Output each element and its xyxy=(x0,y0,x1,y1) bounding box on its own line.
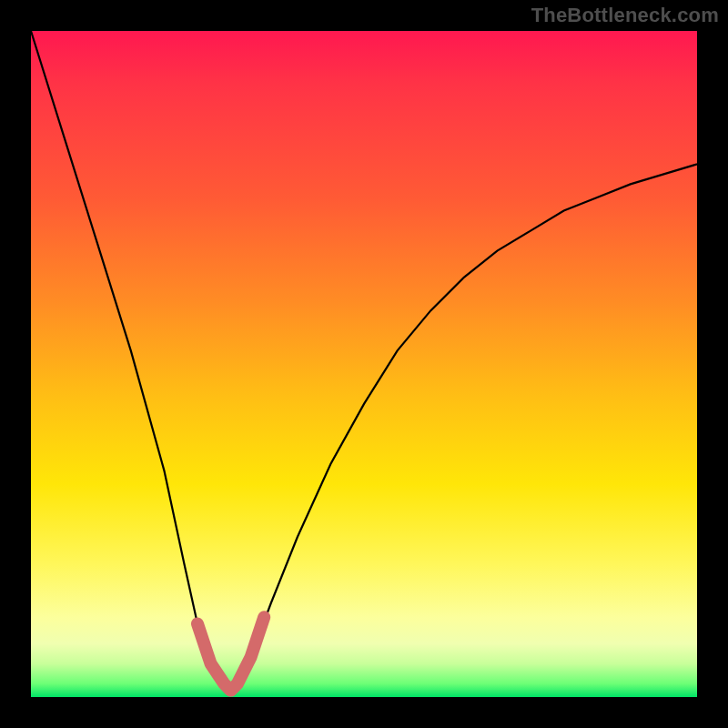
bottleneck-curve-path xyxy=(31,31,697,691)
highlight-segment-path xyxy=(197,617,264,691)
watermark-text: TheBottleneck.com xyxy=(531,4,719,27)
curve-layer xyxy=(31,31,697,697)
chart-frame: TheBottleneck.com xyxy=(0,0,728,728)
plot-area xyxy=(31,31,697,697)
